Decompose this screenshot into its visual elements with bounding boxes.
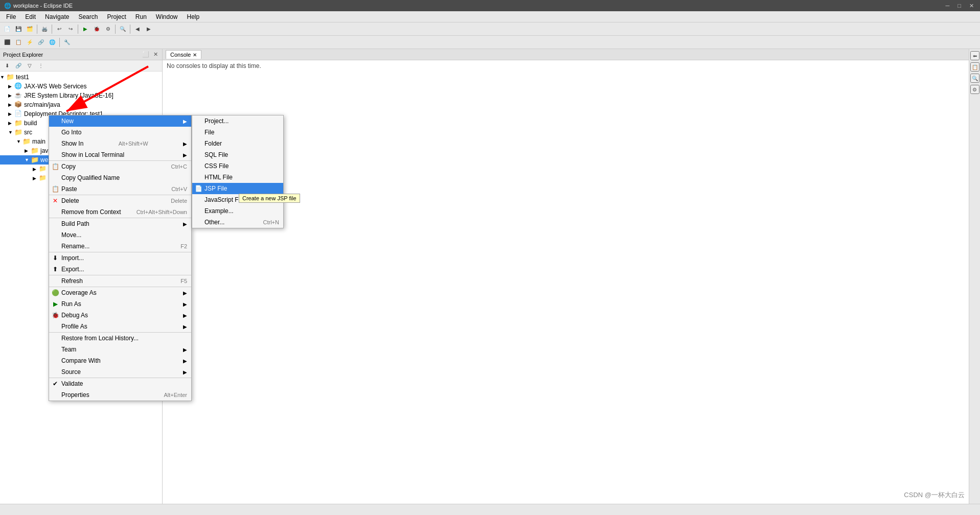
menu-run[interactable]: Run bbox=[131, 12, 151, 21]
ctx-copy-qualified[interactable]: Copy Qualified Name bbox=[49, 172, 191, 183]
toolbar2-btn6[interactable]: 🔧 bbox=[62, 37, 72, 48]
ctx-run-as[interactable]: ▶ Run As ▶ bbox=[49, 298, 191, 310]
ctx-show-in-shortcut: Alt+Shift+W bbox=[119, 141, 148, 147]
maximize-button[interactable]: □ bbox=[955, 3, 963, 9]
right-btn3[interactable]: 🔍 bbox=[970, 74, 979, 83]
console-header: Console ✕ bbox=[163, 49, 969, 60]
explorer-link-btn[interactable]: 🔗 bbox=[13, 61, 24, 71]
ctx-restore[interactable]: Restore from Local History... bbox=[49, 333, 191, 344]
submenu-sql[interactable]: SQL File bbox=[192, 149, 283, 160]
toolbar2-btn1[interactable]: ⬛ bbox=[2, 37, 12, 48]
ctx-move[interactable]: Move... bbox=[49, 229, 191, 241]
ctx-import[interactable]: ⬇ Import... bbox=[49, 252, 191, 264]
tree-item-jre[interactable]: ▶ ☕ JRE System Library [JavaSE-16] bbox=[0, 91, 162, 100]
ctx-source[interactable]: Source ▶ bbox=[49, 366, 191, 378]
toolbar2-btn2[interactable]: 📋 bbox=[13, 37, 24, 48]
submenu-other[interactable]: Other... Ctrl+N bbox=[192, 217, 283, 228]
ctx-refresh[interactable]: Refresh F5 bbox=[49, 275, 191, 287]
ctx-remove-context[interactable]: Remove from Context Ctrl+Alt+Shift+Down bbox=[49, 206, 191, 218]
explorer-collapse-btn[interactable]: ⬇ bbox=[2, 61, 12, 71]
submenu-html[interactable]: HTML File bbox=[192, 172, 283, 183]
ctx-show-terminal[interactable]: Show in Local Terminal ▶ bbox=[49, 149, 191, 161]
webapp-icon: 📁 bbox=[31, 156, 39, 164]
root-folder-icon: 📁 bbox=[6, 73, 14, 81]
menu-navigate[interactable]: Navigate bbox=[41, 12, 73, 21]
w-arrow: ▶ bbox=[33, 176, 39, 181]
redo-btn[interactable]: ↪ bbox=[65, 24, 76, 34]
back-btn[interactable]: ◀ bbox=[132, 24, 143, 34]
submenu-example[interactable]: Example... bbox=[192, 205, 283, 217]
search-btn[interactable]: 🔍 bbox=[118, 24, 128, 34]
console-close-icon[interactable]: ✕ bbox=[193, 52, 197, 58]
submenu-css[interactable]: CSS File bbox=[192, 160, 283, 172]
watermark-text: CSDN @一杯大白云 bbox=[904, 491, 965, 499]
right-btn1[interactable]: ⬅ bbox=[970, 51, 979, 60]
submenu-project[interactable]: Project... bbox=[192, 115, 283, 127]
console-tab[interactable]: Console ✕ bbox=[166, 50, 201, 59]
menu-help[interactable]: Help bbox=[183, 12, 204, 21]
ctx-new[interactable]: New ▶ bbox=[49, 115, 191, 127]
fwd-btn[interactable]: ▶ bbox=[144, 24, 154, 34]
ctx-coverage-as[interactable]: 🟢 Coverage As ▶ bbox=[49, 287, 191, 298]
toolbar2-btn3[interactable]: ⚡ bbox=[25, 37, 35, 48]
tree-item-srcmain[interactable]: ▶ 📦 src/main/java bbox=[0, 100, 162, 109]
debug-btn[interactable]: 🐞 bbox=[92, 24, 102, 34]
ctx-coverage-as-arrow: ▶ bbox=[183, 290, 187, 296]
explorer-minimize[interactable]: ⬜ bbox=[141, 51, 150, 58]
new-btn[interactable]: 📄 bbox=[2, 24, 12, 34]
save-btn[interactable]: 💾 bbox=[13, 24, 24, 34]
profile-btn[interactable]: ⚙ bbox=[103, 24, 113, 34]
right-btn4[interactable]: ⚙ bbox=[970, 85, 979, 94]
ctx-team-arrow: ▶ bbox=[183, 347, 187, 353]
menu-file[interactable]: File bbox=[2, 12, 20, 21]
minimize-button[interactable]: ─ bbox=[944, 3, 952, 9]
ctx-export[interactable]: ⬆ Export... bbox=[49, 264, 191, 275]
ctx-copy[interactable]: 📋 Copy Ctrl+C bbox=[49, 161, 191, 172]
jre-icon: ☕ bbox=[14, 91, 22, 100]
ctx-build-path[interactable]: Build Path ▶ bbox=[49, 218, 191, 229]
ctx-compare-with[interactable]: Compare With ▶ bbox=[49, 355, 191, 366]
toolbar2-btn4[interactable]: 🔗 bbox=[36, 37, 46, 48]
ctx-validate[interactable]: ✔ Validate bbox=[49, 378, 191, 389]
submenu-jsp[interactable]: 📄 JSP File bbox=[192, 183, 283, 194]
print-btn[interactable]: 🖨️ bbox=[39, 24, 50, 34]
ctx-profile-as[interactable]: Profile As ▶ bbox=[49, 321, 191, 333]
ctx-source-arrow: ▶ bbox=[183, 369, 187, 375]
title-bar: 🌐 workplace - Eclipse IDE ─ □ ✕ bbox=[0, 0, 980, 11]
sep2 bbox=[52, 25, 52, 34]
ctx-delete[interactable]: ✕ Delete Delete bbox=[49, 195, 191, 206]
ctx-new-arrow: ▶ bbox=[183, 119, 187, 124]
ctx-debug-as[interactable]: 🐞 Debug As ▶ bbox=[49, 310, 191, 321]
menu-search[interactable]: Search bbox=[74, 12, 102, 21]
deployment-arrow: ▶ bbox=[8, 111, 14, 116]
ctx-paste[interactable]: 📋 Paste Ctrl+V bbox=[49, 183, 191, 195]
run-btn[interactable]: ▶ bbox=[80, 24, 90, 34]
ctx-rename[interactable]: Rename... F2 bbox=[49, 241, 191, 252]
delete-icon: ✕ bbox=[51, 197, 59, 205]
tree-item-root[interactable]: ▼ 📁 test1 bbox=[0, 73, 162, 82]
right-btn2[interactable]: 📋 bbox=[970, 62, 979, 72]
submenu-folder[interactable]: Folder bbox=[192, 138, 283, 149]
toolbar2-btn5[interactable]: 🌐 bbox=[47, 37, 57, 48]
export-icon: ⬆ bbox=[51, 265, 59, 273]
ctx-go-into[interactable]: Go Into bbox=[49, 127, 191, 138]
undo-btn[interactable]: ↩ bbox=[54, 24, 64, 34]
submenu-file[interactable]: File bbox=[192, 127, 283, 138]
tree-item-jaxws[interactable]: ▶ 🌐 JAX-WS Web Services bbox=[0, 82, 162, 91]
sep6 bbox=[59, 38, 60, 47]
explorer-filter-btn[interactable]: ▽ bbox=[25, 61, 35, 71]
close-button[interactable]: ✕ bbox=[967, 3, 976, 9]
ctx-remove-context-shortcut: Ctrl+Alt+Shift+Down bbox=[136, 209, 187, 215]
explorer-close[interactable]: ✕ bbox=[152, 51, 159, 58]
ctx-team[interactable]: Team ▶ bbox=[49, 344, 191, 355]
ctx-copy-shortcut: Ctrl+C bbox=[171, 163, 187, 170]
ctx-show-in[interactable]: Show In Alt+Shift+W ▶ bbox=[49, 138, 191, 149]
ctx-properties[interactable]: Properties Alt+Enter bbox=[49, 389, 191, 401]
menu-project[interactable]: Project bbox=[103, 12, 130, 21]
save-all-btn[interactable]: 🗂️ bbox=[25, 24, 35, 34]
explorer-menu-btn[interactable]: ⋮ bbox=[36, 61, 46, 71]
debug-icon: 🐞 bbox=[51, 311, 59, 319]
menu-edit[interactable]: Edit bbox=[21, 12, 40, 21]
menu-window[interactable]: Window bbox=[152, 12, 182, 21]
main-icon: 📁 bbox=[22, 137, 31, 146]
